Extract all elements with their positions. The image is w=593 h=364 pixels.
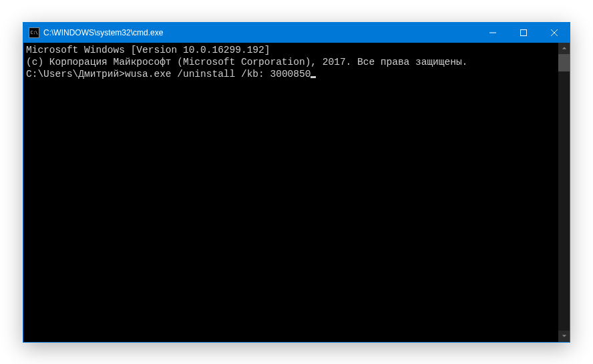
scroll-thumb[interactable] xyxy=(558,54,570,71)
maximize-icon xyxy=(520,29,527,36)
close-icon xyxy=(551,29,558,36)
terminal-area: Microsoft Windows [Version 10.0.16299.19… xyxy=(23,43,570,342)
version-line: Microsoft Windows [Version 10.0.16299.19… xyxy=(26,44,557,56)
prompt: C:\Users\Дмитрий> xyxy=(26,69,125,79)
scroll-down-button[interactable] xyxy=(558,331,570,342)
titlebar[interactable]: C:\ C:\WINDOWS\system32\cmd.exe xyxy=(23,23,570,43)
scroll-up-button[interactable] xyxy=(558,43,570,54)
command-line: C:\Users\Дмитрий>wusa.exe /uninstall /kb… xyxy=(26,68,557,80)
chevron-up-icon xyxy=(562,45,567,51)
copyright-line: (c) Корпорация Майкрософт (Microsoft Cor… xyxy=(26,56,557,68)
svg-rect-1 xyxy=(521,29,527,35)
cursor xyxy=(311,76,316,78)
maximize-button[interactable] xyxy=(508,23,539,43)
terminal-output[interactable]: Microsoft Windows [Version 10.0.16299.19… xyxy=(23,43,558,342)
scroll-track[interactable] xyxy=(558,54,570,331)
typed-command: wusa.exe /uninstall /kb: 3000850 xyxy=(125,69,311,79)
scrollbar[interactable] xyxy=(558,43,570,342)
window-title: C:\WINDOWS\system32\cmd.exe xyxy=(43,28,163,37)
close-button[interactable] xyxy=(539,23,570,43)
minimize-icon xyxy=(489,29,496,36)
chevron-down-icon xyxy=(562,333,567,339)
minimize-button[interactable] xyxy=(477,23,508,43)
cmd-icon: C:\ xyxy=(29,27,39,38)
window-controls xyxy=(477,23,570,43)
cmd-window: C:\ C:\WINDOWS\system32\cmd.exe Microsof… xyxy=(23,22,570,343)
